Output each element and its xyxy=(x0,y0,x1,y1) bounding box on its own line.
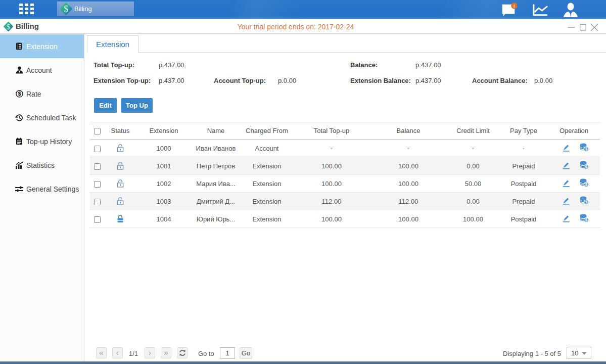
svg-text:$: $ xyxy=(585,147,588,152)
svg-text:$: $ xyxy=(585,182,588,187)
svg-text:$: $ xyxy=(585,217,588,222)
svg-text:$: $ xyxy=(585,200,588,205)
svg-text:$: $ xyxy=(64,4,68,14)
svg-text:!: ! xyxy=(514,3,515,9)
svg-text:$: $ xyxy=(585,164,588,169)
svg-text:$: $ xyxy=(18,90,21,97)
